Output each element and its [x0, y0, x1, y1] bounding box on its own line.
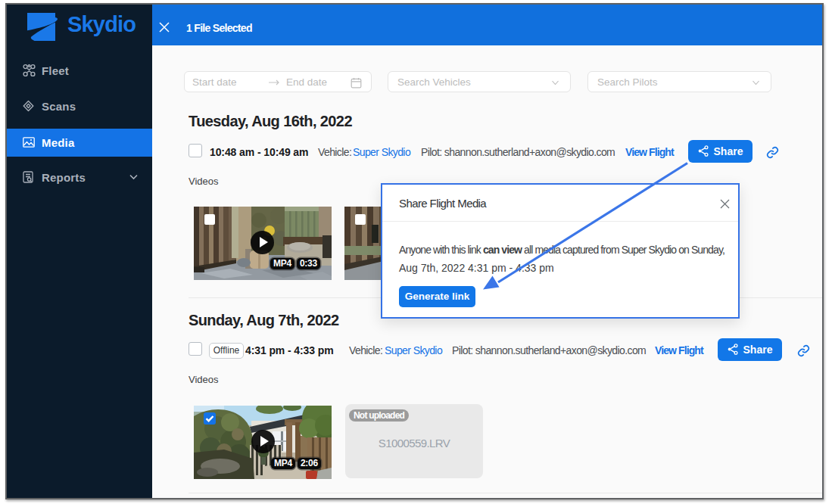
svg-text:Skydio: Skydio: [67, 12, 136, 36]
